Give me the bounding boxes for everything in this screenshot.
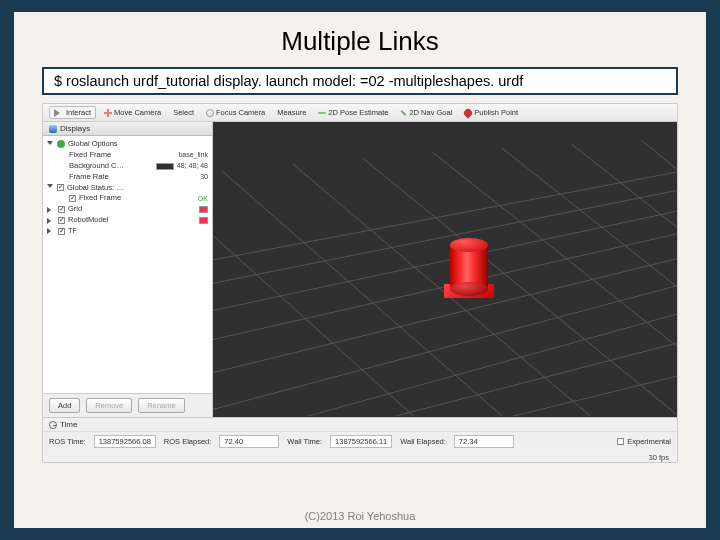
cursor-icon: [54, 109, 64, 117]
slide-title: Multiple Links: [14, 12, 706, 67]
robot-cylinder-top: [450, 238, 488, 252]
arrow-icon: [318, 112, 326, 114]
slide-footer: (C)2013 Roi Yehoshua: [14, 510, 706, 522]
pose-estimate-label: 2D Pose Estimate: [328, 108, 388, 117]
expand-icon: [47, 141, 53, 148]
target-icon: [206, 109, 214, 117]
focus-camera-button[interactable]: Focus Camera: [202, 107, 269, 118]
rviz-toolbar: Interact Move Camera Select Focus Camera…: [43, 104, 677, 122]
displays-header-label: Displays: [60, 124, 90, 133]
pin-icon: [463, 107, 474, 118]
interact-button[interactable]: Interact: [49, 106, 96, 119]
pose-estimate-button[interactable]: 2D Pose Estimate: [314, 107, 392, 118]
time-panel: Time ROS Time: 1387592566.08 ROS Elapsed…: [43, 417, 677, 462]
svg-line-12: [362, 158, 677, 416]
status-fixed-frame-label: Fixed Frame: [79, 193, 195, 204]
svg-line-7: [263, 329, 677, 416]
checkbox[interactable]: [617, 438, 624, 445]
checkbox[interactable]: [58, 228, 65, 235]
measure-label: Measure: [277, 108, 306, 117]
expand-icon: [47, 218, 54, 224]
fixed-frame-label: Fixed Frame: [69, 150, 175, 161]
globe-icon: [57, 140, 65, 148]
displays-header[interactable]: Displays: [43, 122, 212, 136]
measure-button[interactable]: Measure: [273, 107, 310, 118]
ros-elapsed-label: ROS Elapsed:: [164, 437, 212, 446]
status-fixed-frame-row[interactable]: Fixed Frame OK: [47, 193, 208, 204]
expand-icon: [47, 207, 54, 213]
global-options-row[interactable]: Global Options: [47, 139, 208, 150]
wall-time-label: Wall Time:: [287, 437, 322, 446]
grid-plane: [213, 122, 677, 416]
expand-icon: [47, 184, 53, 191]
checkbox[interactable]: [58, 217, 65, 224]
nav-goal-label: 2D Nav Goal: [409, 108, 452, 117]
bg-color-value: 48; 48; 48: [177, 161, 208, 171]
experimental-label: Experimental: [627, 437, 671, 446]
svg-line-8: [372, 363, 677, 416]
svg-line-16: [641, 140, 677, 247]
fps-display: 30 fps: [43, 451, 677, 462]
global-options-label: Global Options: [68, 139, 208, 150]
frame-rate-label: Frame Rate: [69, 172, 197, 183]
wall-elapsed-label: Wall Elapsed:: [400, 437, 446, 446]
add-button[interactable]: Add: [49, 398, 80, 413]
move-camera-label: Move Camera: [114, 108, 161, 117]
3d-viewport[interactable]: [213, 122, 677, 417]
displays-panel: Displays Global Options Fixed Frame base…: [43, 122, 213, 417]
frame-rate-value: 30: [200, 172, 208, 182]
select-label: Select: [173, 108, 194, 117]
global-status-label: Global Status: …: [67, 183, 208, 194]
svg-line-1: [213, 200, 677, 321]
ros-elapsed-value: 72.40: [219, 435, 279, 448]
interact-label: Interact: [66, 108, 91, 117]
nav-goal-button[interactable]: 2D Nav Goal: [396, 107, 456, 118]
grid-label: Grid: [68, 204, 196, 215]
robot-model-label: RobotModel: [68, 215, 196, 226]
color-swatch-icon: [156, 163, 174, 170]
robot-cylinder-bottom: [450, 282, 488, 296]
svg-line-3: [213, 162, 677, 270]
tf-row[interactable]: TF: [47, 226, 208, 237]
time-stats: ROS Time: 1387592566.08 ROS Elapsed: 72.…: [43, 432, 677, 451]
svg-line-4: [213, 245, 677, 384]
status-ok-value: OK: [198, 194, 208, 204]
publish-point-button[interactable]: Publish Point: [460, 107, 522, 118]
frame-rate-row[interactable]: Frame Rate 30: [47, 172, 208, 183]
wall-time-value: 1387592566.11: [330, 435, 392, 448]
rename-button[interactable]: Rename: [138, 398, 184, 413]
checkbox[interactable]: [58, 206, 65, 213]
select-button[interactable]: Select: [169, 107, 198, 118]
expand-icon: [47, 228, 54, 234]
status-swatch-icon: [199, 206, 208, 213]
bg-color-label: Background C…: [69, 161, 153, 172]
move-icon: [104, 109, 112, 117]
fixed-frame-value: base_link: [178, 150, 208, 160]
tf-label: TF: [68, 226, 208, 237]
publish-point-label: Publish Point: [474, 108, 518, 117]
display-tree[interactable]: Global Options Fixed Frame base_link Bac…: [43, 136, 212, 393]
grid-row[interactable]: Grid: [47, 204, 208, 215]
focus-camera-label: Focus Camera: [216, 108, 265, 117]
displays-icon: [49, 125, 57, 133]
clock-icon: [49, 421, 57, 429]
svg-line-14: [502, 148, 677, 361]
ros-time-value: 1387592566.08: [94, 435, 156, 448]
remove-button[interactable]: Remove: [86, 398, 132, 413]
bg-color-row[interactable]: Background C… 48; 48; 48: [47, 161, 208, 172]
robot-model-row[interactable]: RobotModel: [47, 215, 208, 226]
experimental-toggle[interactable]: Experimental: [617, 437, 671, 446]
command-box: $ roslaunch urdf_tutorial display. launc…: [42, 67, 678, 95]
time-header-label: Time: [60, 420, 77, 429]
fixed-frame-row[interactable]: Fixed Frame base_link: [47, 150, 208, 161]
check-icon: [57, 184, 64, 191]
goal-icon: [401, 109, 407, 115]
move-camera-button[interactable]: Move Camera: [100, 107, 165, 118]
check-icon: [69, 195, 76, 202]
wall-elapsed-value: 72.34: [454, 435, 514, 448]
time-header[interactable]: Time: [43, 418, 677, 432]
svg-line-9: [213, 182, 452, 416]
rviz-window: Interact Move Camera Select Focus Camera…: [42, 103, 678, 463]
global-status-row[interactable]: Global Status: …: [47, 183, 208, 194]
status-swatch-icon: [199, 217, 208, 224]
